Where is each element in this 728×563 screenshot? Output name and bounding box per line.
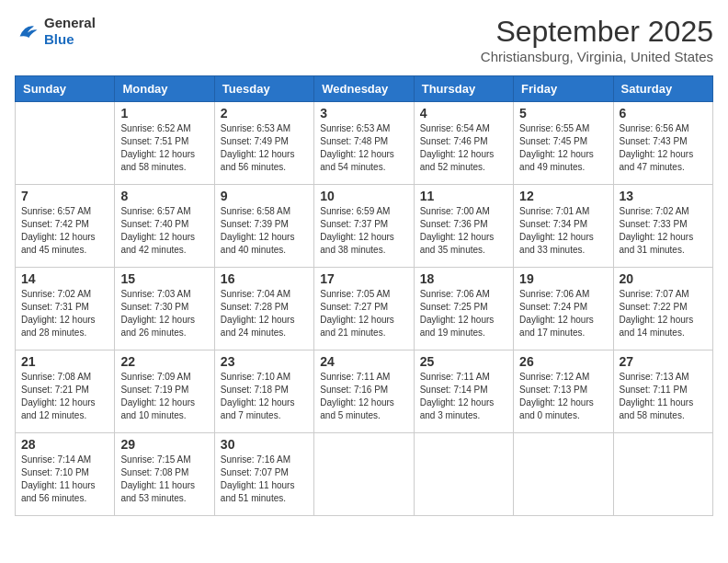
column-header-monday: Monday bbox=[115, 76, 214, 102]
day-info: Sunrise: 7:12 AM Sunset: 7:13 PM Dayligh… bbox=[519, 371, 607, 422]
day-info: Sunrise: 7:14 AM Sunset: 7:10 PM Dayligh… bbox=[21, 454, 108, 505]
calendar-cell bbox=[613, 433, 712, 516]
calendar-cell bbox=[414, 433, 513, 516]
calendar-cell: 15Sunrise: 7:03 AM Sunset: 7:30 PM Dayli… bbox=[115, 268, 214, 350]
day-info: Sunrise: 6:53 AM Sunset: 7:48 PM Dayligh… bbox=[320, 122, 407, 174]
day-info: Sunrise: 7:02 AM Sunset: 7:31 PM Dayligh… bbox=[21, 288, 108, 339]
page-header: General Blue September 2025 Christiansbu… bbox=[15, 15, 713, 64]
calendar-cell: 4Sunrise: 6:54 AM Sunset: 7:46 PM Daylig… bbox=[414, 102, 513, 185]
day-number: 11 bbox=[420, 189, 507, 203]
day-number: 22 bbox=[120, 354, 208, 369]
day-info: Sunrise: 7:09 AM Sunset: 7:19 PM Dayligh… bbox=[120, 371, 208, 422]
day-info: Sunrise: 7:15 AM Sunset: 7:08 PM Dayligh… bbox=[120, 454, 208, 505]
day-number: 4 bbox=[420, 106, 507, 121]
day-info: Sunrise: 7:04 AM Sunset: 7:28 PM Dayligh… bbox=[221, 288, 308, 339]
column-header-wednesday: Wednesday bbox=[314, 76, 414, 102]
day-number: 30 bbox=[221, 437, 308, 452]
day-number: 12 bbox=[519, 189, 607, 203]
day-number: 17 bbox=[320, 271, 407, 286]
logo-icon bbox=[15, 18, 40, 44]
day-number: 2 bbox=[221, 106, 308, 121]
day-info: Sunrise: 6:54 AM Sunset: 7:46 PM Dayligh… bbox=[420, 122, 507, 174]
day-number: 23 bbox=[221, 354, 308, 369]
week-row-4: 21Sunrise: 7:08 AM Sunset: 7:21 PM Dayli… bbox=[16, 350, 713, 433]
column-header-saturday: Saturday bbox=[613, 76, 712, 102]
calendar-cell: 11Sunrise: 7:00 AM Sunset: 7:36 PM Dayli… bbox=[414, 185, 513, 268]
calendar-cell: 1Sunrise: 6:52 AM Sunset: 7:51 PM Daylig… bbox=[115, 102, 214, 185]
calendar-cell: 29Sunrise: 7:15 AM Sunset: 7:08 PM Dayli… bbox=[115, 433, 214, 516]
day-number: 24 bbox=[320, 354, 407, 369]
day-info: Sunrise: 7:07 AM Sunset: 7:22 PM Dayligh… bbox=[620, 288, 707, 339]
calendar-cell: 10Sunrise: 6:59 AM Sunset: 7:37 PM Dayli… bbox=[314, 185, 414, 268]
day-info: Sunrise: 7:08 AM Sunset: 7:21 PM Dayligh… bbox=[21, 371, 108, 422]
day-info: Sunrise: 7:00 AM Sunset: 7:36 PM Dayligh… bbox=[420, 205, 507, 257]
week-row-1: 1Sunrise: 6:52 AM Sunset: 7:51 PM Daylig… bbox=[16, 102, 713, 185]
day-info: Sunrise: 6:56 AM Sunset: 7:43 PM Dayligh… bbox=[620, 122, 707, 174]
column-header-tuesday: Tuesday bbox=[214, 76, 313, 102]
logo-blue: Blue bbox=[44, 31, 96, 48]
calendar-cell: 6Sunrise: 6:56 AM Sunset: 7:43 PM Daylig… bbox=[613, 102, 712, 185]
day-info: Sunrise: 7:11 AM Sunset: 7:16 PM Dayligh… bbox=[320, 371, 407, 422]
column-header-thursday: Thursday bbox=[414, 76, 513, 102]
day-number: 27 bbox=[620, 354, 707, 369]
week-row-5: 28Sunrise: 7:14 AM Sunset: 7:10 PM Dayli… bbox=[16, 433, 713, 516]
month-title: September 2025 bbox=[481, 15, 713, 49]
calendar-cell: 28Sunrise: 7:14 AM Sunset: 7:10 PM Dayli… bbox=[16, 433, 115, 516]
calendar-cell: 22Sunrise: 7:09 AM Sunset: 7:19 PM Dayli… bbox=[115, 350, 214, 433]
calendar-cell: 21Sunrise: 7:08 AM Sunset: 7:21 PM Dayli… bbox=[16, 350, 115, 433]
day-number: 10 bbox=[320, 189, 407, 203]
week-row-3: 14Sunrise: 7:02 AM Sunset: 7:31 PM Dayli… bbox=[16, 268, 713, 350]
calendar-cell: 13Sunrise: 7:02 AM Sunset: 7:33 PM Dayli… bbox=[613, 185, 712, 268]
column-header-sunday: Sunday bbox=[16, 76, 115, 102]
day-info: Sunrise: 6:52 AM Sunset: 7:51 PM Dayligh… bbox=[120, 122, 208, 174]
day-number: 5 bbox=[519, 106, 607, 121]
calendar-cell: 23Sunrise: 7:10 AM Sunset: 7:18 PM Dayli… bbox=[214, 350, 313, 433]
day-info: Sunrise: 7:02 AM Sunset: 7:33 PM Dayligh… bbox=[620, 205, 707, 257]
calendar-cell: 12Sunrise: 7:01 AM Sunset: 7:34 PM Dayli… bbox=[514, 185, 613, 268]
day-number: 20 bbox=[620, 271, 707, 286]
calendar-cell bbox=[314, 433, 414, 516]
column-header-friday: Friday bbox=[514, 76, 613, 102]
day-info: Sunrise: 6:57 AM Sunset: 7:42 PM Dayligh… bbox=[21, 205, 108, 257]
calendar-cell: 25Sunrise: 7:11 AM Sunset: 7:14 PM Dayli… bbox=[414, 350, 513, 433]
day-info: Sunrise: 7:11 AM Sunset: 7:14 PM Dayligh… bbox=[420, 371, 507, 422]
calendar-cell: 3Sunrise: 6:53 AM Sunset: 7:48 PM Daylig… bbox=[314, 102, 414, 185]
calendar-header-row: SundayMondayTuesdayWednesdayThursdayFrid… bbox=[16, 76, 713, 102]
day-number: 8 bbox=[120, 189, 208, 203]
day-number: 28 bbox=[21, 437, 108, 452]
week-row-2: 7Sunrise: 6:57 AM Sunset: 7:42 PM Daylig… bbox=[16, 185, 713, 268]
calendar-cell: 20Sunrise: 7:07 AM Sunset: 7:22 PM Dayli… bbox=[613, 268, 712, 350]
day-info: Sunrise: 7:13 AM Sunset: 7:11 PM Dayligh… bbox=[620, 371, 707, 422]
day-info: Sunrise: 7:06 AM Sunset: 7:25 PM Dayligh… bbox=[420, 288, 507, 339]
day-number: 1 bbox=[120, 106, 208, 121]
day-info: Sunrise: 7:01 AM Sunset: 7:34 PM Dayligh… bbox=[519, 205, 607, 257]
day-number: 15 bbox=[120, 271, 208, 286]
day-info: Sunrise: 6:55 AM Sunset: 7:45 PM Dayligh… bbox=[519, 122, 607, 174]
day-number: 3 bbox=[320, 106, 407, 121]
calendar-cell bbox=[514, 433, 613, 516]
day-info: Sunrise: 6:58 AM Sunset: 7:39 PM Dayligh… bbox=[221, 205, 308, 257]
day-info: Sunrise: 6:57 AM Sunset: 7:40 PM Dayligh… bbox=[120, 205, 208, 257]
logo: General Blue bbox=[15, 15, 96, 48]
day-number: 6 bbox=[620, 106, 707, 121]
calendar-cell: 26Sunrise: 7:12 AM Sunset: 7:13 PM Dayli… bbox=[514, 350, 613, 433]
calendar-cell: 8Sunrise: 6:57 AM Sunset: 7:40 PM Daylig… bbox=[115, 185, 214, 268]
day-info: Sunrise: 6:53 AM Sunset: 7:49 PM Dayligh… bbox=[221, 122, 308, 174]
calendar-cell: 16Sunrise: 7:04 AM Sunset: 7:28 PM Dayli… bbox=[214, 268, 313, 350]
day-info: Sunrise: 7:16 AM Sunset: 7:07 PM Dayligh… bbox=[221, 454, 308, 505]
calendar-cell: 2Sunrise: 6:53 AM Sunset: 7:49 PM Daylig… bbox=[214, 102, 313, 185]
day-number: 21 bbox=[21, 354, 108, 369]
day-number: 14 bbox=[21, 271, 108, 286]
calendar-cell bbox=[16, 102, 115, 185]
day-info: Sunrise: 7:03 AM Sunset: 7:30 PM Dayligh… bbox=[120, 288, 208, 339]
day-info: Sunrise: 6:59 AM Sunset: 7:37 PM Dayligh… bbox=[320, 205, 407, 257]
location-subtitle: Christiansburg, Virginia, United States bbox=[481, 49, 713, 64]
day-number: 26 bbox=[519, 354, 607, 369]
calendar-cell: 17Sunrise: 7:05 AM Sunset: 7:27 PM Dayli… bbox=[314, 268, 414, 350]
calendar-cell: 18Sunrise: 7:06 AM Sunset: 7:25 PM Dayli… bbox=[414, 268, 513, 350]
logo-general: General bbox=[44, 15, 96, 31]
calendar-cell: 9Sunrise: 6:58 AM Sunset: 7:39 PM Daylig… bbox=[214, 185, 313, 268]
day-number: 25 bbox=[420, 354, 507, 369]
day-number: 29 bbox=[120, 437, 208, 452]
title-block: September 2025 Christiansburg, Virginia,… bbox=[481, 15, 713, 64]
